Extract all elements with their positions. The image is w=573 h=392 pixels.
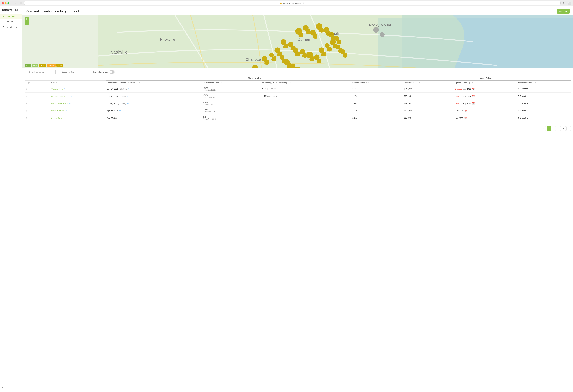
share-button[interactable]: ⬆	[562, 2, 564, 5]
add-site-button[interactable]: Add Site	[557, 9, 570, 14]
table-row: ⊞ Nebula Solar Farm ✏ Jul 14, 2022 (+11.…	[25, 100, 571, 107]
calendar-icon[interactable]: 📅	[472, 102, 475, 105]
cell-site: Chuckle Plex ✏	[50, 85, 106, 93]
maximize-button[interactable]	[7, 2, 9, 4]
svg-point-31	[292, 47, 298, 53]
site-link[interactable]: Nebula Solar Farm	[51, 103, 68, 105]
calendar-icon[interactable]: 📅	[465, 110, 467, 112]
search-name-input[interactable]	[25, 70, 55, 74]
back-button[interactable]: ‹	[12, 2, 14, 4]
payback-sort-icon[interactable]: ⇅	[535, 82, 536, 84]
performance-gain: (+11.28%)	[118, 103, 126, 105]
svg-text:Charlotte: Charlotte	[246, 57, 261, 61]
zoom-in-button[interactable]: +	[25, 17, 29, 21]
expand-icon[interactable]: ⊞	[26, 102, 27, 105]
edit-cleaned-icon[interactable]: ✏	[119, 109, 121, 112]
page-1-button[interactable]: 1	[547, 126, 551, 131]
edit-cleaned-icon[interactable]: ✏	[127, 102, 129, 105]
col-site: Site ⇅	[50, 80, 106, 85]
cell-payback: 2.3 months	[518, 85, 571, 93]
calendar-icon[interactable]: 📅	[472, 88, 475, 90]
calendar-icon[interactable]: 📅	[464, 117, 467, 119]
edit-icon[interactable]: ✏	[69, 102, 71, 105]
svg-point-28	[334, 36, 339, 41]
page-4-button[interactable]: 4	[562, 126, 566, 131]
page-3-button[interactable]: 3	[556, 126, 561, 131]
legend-item-5-10: 5-10%	[39, 64, 46, 67]
forward-button[interactable]: ›	[15, 2, 17, 4]
optimal-cleaning-filter-icon[interactable]: ▼	[474, 82, 476, 84]
minimize-button[interactable]	[5, 2, 6, 4]
new-tab-button[interactable]: +	[565, 2, 567, 5]
svg-point-24	[310, 30, 316, 36]
zoom-out-button[interactable]: −	[25, 21, 29, 25]
expand-icon[interactable]: ⊞	[26, 88, 27, 90]
current-soiling-info-icon[interactable]: ℹ	[366, 82, 367, 84]
reload-icon[interactable]: ⟳	[303, 2, 305, 4]
map-container: Nashville Chattanooga Birmingham Rome At…	[22, 16, 573, 68]
svg-text:Nashville: Nashville	[110, 50, 128, 54]
next-page-button[interactable]: ›	[567, 126, 571, 131]
search-tag-input[interactable]	[57, 70, 88, 74]
payback-value: 2.3 months	[518, 88, 528, 90]
site-link[interactable]: Syzygy Solar	[51, 117, 63, 119]
microscopy-sort-icon[interactable]: ⇅	[289, 82, 291, 84]
close-button[interactable]	[2, 2, 4, 4]
page-2-button[interactable]: 2	[552, 126, 556, 131]
edit-icon[interactable]: ✏	[64, 88, 66, 90]
calendar-icon[interactable]: 📅	[472, 95, 475, 97]
expand-icon[interactable]: ⊞	[26, 117, 27, 119]
perf-loss-sort-icon[interactable]: ⇅	[221, 82, 223, 84]
sidebar-item-logout[interactable]: ↩ Log Out	[0, 19, 22, 24]
cell-microscopy	[261, 107, 352, 114]
svg-point-43	[280, 55, 285, 60]
tabs-button[interactable]: ⬜	[568, 2, 571, 5]
hide-pending-toggle[interactable]	[109, 71, 115, 73]
site-link[interactable]: Chuckle Plex	[51, 88, 63, 90]
edit-icon[interactable]: ✏	[64, 117, 66, 119]
sidebar-item-report[interactable]: ⚑ Report Issue	[0, 24, 22, 29]
expand-icon[interactable]: ⊞	[26, 109, 27, 112]
edit-cleaned-icon[interactable]: ✏	[127, 95, 129, 97]
url-bar[interactable]: 🔒 app.solarunsoiled.com ⟳	[24, 1, 561, 5]
sidebar-collapse-button[interactable]: ‹	[0, 384, 22, 390]
microscopy-info-icon[interactable]: ℹ	[288, 82, 288, 84]
edit-cleaned-icon[interactable]: ✏	[120, 117, 122, 119]
microscopy-filter-icon[interactable]: ▼	[291, 82, 293, 84]
tags-info-icon[interactable]: ℹ	[31, 82, 31, 84]
svg-point-32	[300, 49, 305, 54]
optimal-cleaning-sort-icon[interactable]: ⇅	[472, 82, 473, 84]
cell-site: Syzygy Solar ✏	[50, 114, 106, 122]
annual-losses-value: $32,100	[404, 95, 411, 97]
annual-losses-info-icon[interactable]: ℹ	[417, 82, 418, 84]
site-sort-icon[interactable]: ⇅	[55, 82, 57, 84]
sidebar-item-dashboard[interactable]: ⊞ Dashboard	[0, 14, 22, 19]
annual-losses-sort-icon[interactable]: ⇅	[419, 82, 420, 84]
svg-point-33	[306, 52, 313, 58]
last-cleaned-info-icon[interactable]: ℹ	[137, 82, 138, 84]
current-soiling-sort-icon[interactable]: ⇅	[368, 82, 369, 84]
microscopy-date: (Feb 15, 2023)	[267, 88, 278, 90]
last-cleaned-sort-icon[interactable]: ⇅	[139, 82, 140, 84]
svg-point-75	[380, 32, 385, 37]
site-link[interactable]: Flapjack Ranch, LLC	[51, 95, 69, 97]
perf-loss-info-icon[interactable]: ℹ	[220, 82, 220, 84]
optimal-cleaning-date: May 2026	[455, 110, 463, 112]
edit-icon[interactable]: ✏	[66, 109, 67, 112]
perf-loss-value: -2.4%	[203, 101, 208, 104]
site-link[interactable]: Eyebrow Patch	[51, 110, 64, 112]
cell-tags: ⊞	[25, 100, 50, 107]
optimal-cleaning-info-icon[interactable]: ℹ	[471, 82, 471, 84]
svg-point-37	[330, 39, 336, 45]
edit-cleaned-icon[interactable]: ✏	[128, 88, 130, 90]
map-background: Nashville Chattanooga Birmingham Rome At…	[22, 16, 573, 68]
payback-info-icon[interactable]: ℹ	[533, 82, 534, 84]
col-perf-loss: Performance Loss ℹ ⇅	[202, 80, 261, 85]
prev-page-button[interactable]: ‹	[542, 126, 546, 131]
edit-icon[interactable]: ✏	[71, 95, 72, 97]
cell-tags: ⊞	[25, 93, 50, 100]
optimal-cleaning-date: Sep 2024	[463, 103, 471, 105]
expand-icon[interactable]: ⊞	[26, 95, 27, 97]
search-tag-wrap: 🔍	[57, 70, 88, 74]
performance-gain: (+10.59%)	[119, 88, 127, 90]
